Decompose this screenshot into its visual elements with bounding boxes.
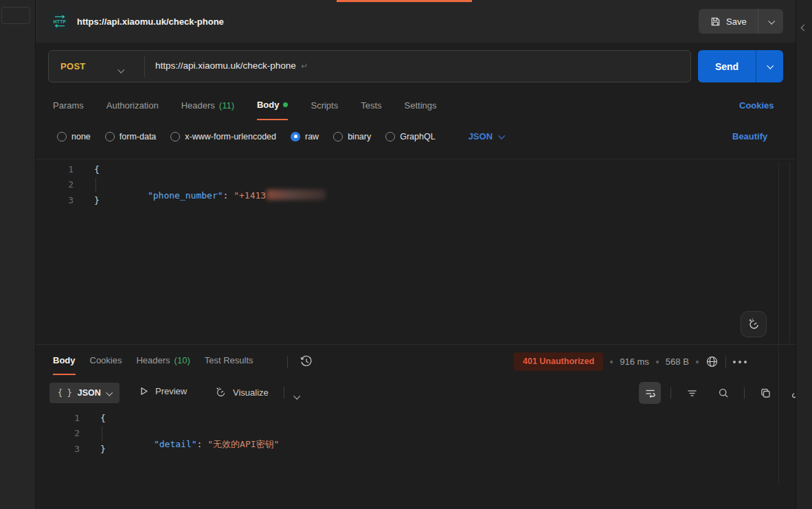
line-number: 1: [43, 164, 74, 174]
code-line: }: [94, 195, 100, 205]
visualize-options-button[interactable]: [294, 389, 299, 402]
svg-text:HTTP: HTTP: [54, 19, 67, 24]
more-actions-icon[interactable]: [733, 361, 747, 363]
wrap-text-button[interactable]: [639, 382, 661, 404]
mode-binary[interactable]: binary: [333, 132, 371, 142]
right-rail: [796, 0, 812, 509]
radio-icon[interactable]: [57, 132, 67, 142]
tab-settings[interactable]: Settings: [405, 100, 437, 120]
sidebar-collapsed-item[interactable]: [1, 7, 30, 24]
editor-scrollbar-track[interactable]: [778, 162, 779, 485]
line-number: 3: [49, 444, 80, 454]
collapse-panel-button[interactable]: [802, 21, 807, 33]
code-line: {: [100, 413, 106, 423]
url-divider: [144, 56, 145, 77]
beautify-link[interactable]: Beautify: [732, 131, 767, 142]
status-row-divider: [725, 357, 726, 367]
http-method-icon: HTTP: [49, 11, 70, 32]
url-input[interactable]: https://api.xiaomu.uk/check-phone↵: [155, 60, 308, 71]
tab-tests[interactable]: Tests: [361, 100, 381, 120]
line-number: 3: [43, 195, 74, 205]
response-tab-body[interactable]: Body: [53, 355, 76, 375]
toolbar-divider: [284, 387, 284, 398]
response-time[interactable]: 916 ms: [620, 357, 649, 367]
tab-body[interactable]: Body: [257, 100, 289, 120]
method-selector[interactable]: POST: [60, 61, 86, 71]
response-tabs: Body Cookies Headers (10) Test Results: [53, 355, 253, 375]
indent-guide: [95, 178, 96, 192]
response-format-button[interactable]: { } JSON: [49, 383, 120, 403]
code-line: "phone_number": "+1413: [115, 179, 326, 211]
tab-params[interactable]: Params: [53, 100, 84, 120]
response-history-button[interactable]: [299, 354, 314, 369]
json-value: "+1413: [234, 190, 266, 201]
save-button[interactable]: Save: [699, 9, 783, 34]
code-line: "detail": "无效的API密钥": [122, 428, 279, 461]
response-size[interactable]: 568 B: [666, 357, 689, 367]
radio-icon[interactable]: [170, 132, 180, 142]
filter-icon: [686, 387, 698, 399]
send-button-label[interactable]: Send: [698, 50, 756, 82]
sidebar-divider: [35, 0, 36, 509]
radio-selected-icon[interactable]: [291, 132, 300, 142]
chevron-down-icon: [768, 17, 775, 24]
save-icon: [710, 16, 721, 27]
indent-guide: [102, 427, 102, 441]
save-button-main[interactable]: Save: [699, 9, 758, 34]
send-options-button[interactable]: [756, 50, 783, 82]
response-toolbar-icons: [639, 382, 808, 404]
response-headers-count-badge: (10): [174, 355, 190, 365]
preview-button[interactable]: Preview: [139, 386, 187, 396]
raw-format-selector[interactable]: JSON: [469, 131, 504, 142]
radio-icon[interactable]: [333, 132, 343, 142]
left-sidebar-strip: [0, 0, 35, 509]
save-options-button[interactable]: [758, 19, 783, 24]
editor-scrollbar-track[interactable]: [789, 162, 790, 343]
postbot-button[interactable]: [741, 311, 767, 337]
visualize-button[interactable]: Visualize: [214, 386, 269, 398]
tab-authorization[interactable]: Authorization: [106, 100, 159, 120]
status-badge[interactable]: 401 Unauthorized: [514, 352, 603, 371]
send-button[interactable]: Send: [698, 50, 783, 82]
json-key: "phone_number": [148, 190, 223, 201]
redacted-phone-value: [267, 190, 326, 200]
mode-graphql[interactable]: GraphQL: [385, 132, 435, 142]
postbot-icon: [214, 386, 227, 398]
radio-icon[interactable]: [105, 132, 115, 142]
response-status-row: 401 Unauthorized 916 ms 568 B: [514, 352, 747, 371]
copy-button[interactable]: [754, 382, 776, 404]
toolbar-divider: [670, 387, 671, 399]
active-tab-indicator: [337, 0, 472, 2]
search-button[interactable]: [712, 382, 734, 404]
play-icon: [139, 386, 149, 396]
toolbar-divider: [744, 387, 745, 399]
copy-icon: [760, 387, 771, 399]
network-info-button[interactable]: [706, 355, 719, 368]
chevron-down-icon: [106, 389, 113, 396]
json-value: "无效的API密钥": [207, 439, 279, 449]
api-client-window: HTTP https://api.xiaomu.uk/check-phone S…: [0, 0, 812, 509]
method-chevron-down-icon[interactable]: [118, 63, 123, 76]
headers-count-badge: (11): [219, 100, 234, 111]
search-icon: [718, 387, 730, 399]
response-tab-test-results[interactable]: Test Results: [205, 355, 253, 374]
response-tab-cookies[interactable]: Cookies: [90, 355, 122, 374]
mode-x-www-form-urlencoded[interactable]: x-www-form-urlencoded: [170, 132, 276, 142]
body-mode-row: none form-data x-www-form-urlencoded raw…: [57, 131, 504, 142]
response-tab-headers[interactable]: Headers (10): [136, 355, 190, 374]
mode-raw[interactable]: raw: [291, 132, 319, 142]
globe-icon: [706, 355, 719, 368]
line-number: 2: [43, 179, 74, 190]
mode-none[interactable]: none: [57, 132, 91, 142]
separator-dot: [656, 361, 659, 363]
filter-button[interactable]: [681, 382, 703, 404]
cookies-link[interactable]: Cookies: [739, 100, 774, 111]
radio-icon[interactable]: [385, 132, 395, 142]
clock-history-icon: [299, 354, 314, 369]
tab-scripts[interactable]: Scripts: [311, 100, 338, 120]
response-divider: [36, 344, 796, 345]
chevron-left-icon: [801, 25, 808, 32]
tab-headers[interactable]: Headers (11): [181, 100, 234, 120]
mode-form-data[interactable]: form-data: [105, 132, 157, 142]
separator-dot: [696, 361, 699, 363]
